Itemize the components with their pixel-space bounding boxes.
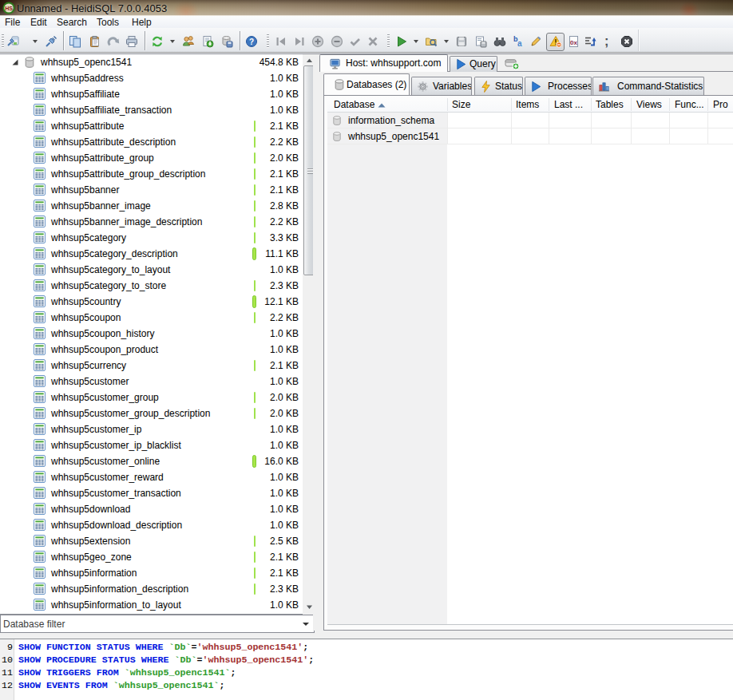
svg-text:a: a xyxy=(517,39,522,48)
svg-text:HS: HS xyxy=(5,6,13,11)
svg-text:?: ? xyxy=(249,38,254,46)
svg-text:0x: 0x xyxy=(570,39,577,46)
